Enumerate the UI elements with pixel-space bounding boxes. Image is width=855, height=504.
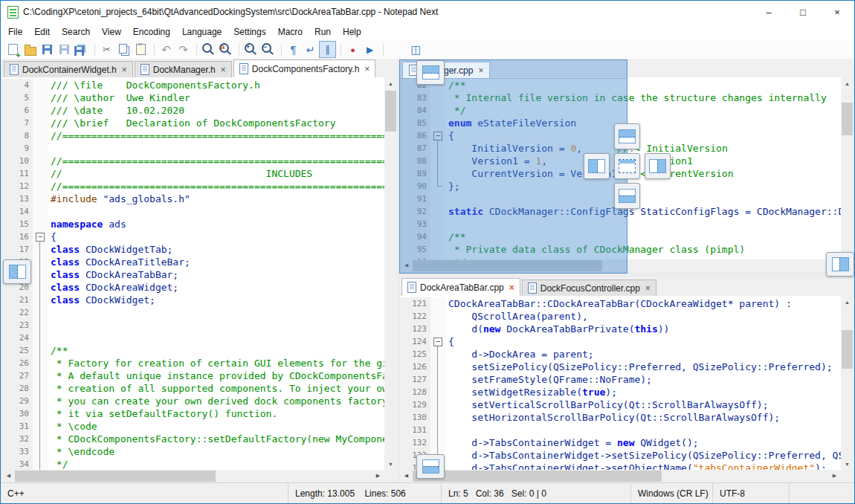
close-tab-icon[interactable]: ×	[364, 64, 370, 74]
line-number: 4	[2, 79, 33, 91]
fold-margin	[33, 268, 48, 281]
drop-indicator-edge-top[interactable]	[416, 60, 445, 85]
menu-help[interactable]: Help	[337, 25, 367, 39]
toolbar: ✂↶↷¶↵∥●▶◫	[1, 40, 854, 59]
code-text: * you can create your own derived dock c…	[48, 395, 384, 407]
close-tab-icon[interactable]: ×	[221, 65, 226, 75]
tab-label: DockComponentsFactory.h	[252, 64, 360, 74]
line-number: 25	[2, 344, 33, 357]
menu-search[interactable]: Search	[56, 25, 96, 39]
play-macro-icon[interactable]: ▶	[362, 42, 378, 57]
show-indent-guides-icon[interactable]: ∥	[320, 42, 335, 57]
menu-encoding[interactable]: Encoding	[127, 25, 176, 39]
scroll-left-icon[interactable]: ◀	[400, 470, 413, 482]
replace-icon[interactable]	[218, 42, 233, 57]
scroll-right-icon[interactable]: ▶	[828, 470, 841, 482]
scroll-up-icon[interactable]: ▲	[841, 77, 854, 89]
bottom-right-editor[interactable]: 121CDockAreaTabBar::CDockAreaTabBar(CDoc…	[400, 296, 854, 482]
menu-macro[interactable]: Macro	[272, 25, 309, 39]
new-file-icon[interactable]	[5, 42, 21, 57]
vertical-scrollbar[interactable]: ▲ ▼	[841, 296, 854, 470]
tab-dockareatabbar-cpp[interactable]: DockAreaTabBar.cpp×	[401, 278, 520, 296]
scrollbar-thumb[interactable]	[842, 103, 853, 135]
code-area[interactable]: 121CDockAreaTabBar::CDockAreaTabBar(CDoc…	[400, 296, 841, 470]
save-file-icon[interactable]	[39, 42, 55, 57]
code-area[interactable]: 4/// \file DockComponentsFactory.h5/// \…	[2, 77, 384, 470]
close-tab-icon[interactable]: ×	[509, 282, 514, 293]
line-number: 29	[2, 395, 33, 407]
tab-dockcomponentsfactory-h[interactable]: DockComponentsFactory.h×	[233, 59, 376, 77]
status-eol-format[interactable]: Windows (CR LF)	[631, 488, 712, 499]
scroll-left-icon[interactable]: ◀	[2, 470, 15, 482]
save-all-icon[interactable]	[74, 42, 89, 57]
drop-indicator-center[interactable]	[614, 153, 640, 179]
left-editor[interactable]: 4/// \file DockComponentsFactory.h5/// \…	[2, 77, 397, 482]
menu-language[interactable]: Language	[176, 25, 228, 39]
vertical-scrollbar[interactable]: ▲ ▼	[841, 77, 854, 259]
minimize-button[interactable]: –	[752, 1, 786, 23]
zoom-out-icon[interactable]	[260, 42, 276, 57]
drop-indicator-edge-left[interactable]	[3, 259, 31, 284]
vertical-scrollbar[interactable]: ▲ ▼	[384, 77, 397, 470]
window-layout-icon[interactable]: ◫	[408, 42, 424, 57]
scroll-up-icon[interactable]: ▲	[841, 296, 854, 308]
close-button[interactable]: ×	[820, 1, 854, 23]
zoom-in-icon[interactable]	[243, 42, 259, 57]
scroll-up-icon[interactable]: ▲	[384, 77, 397, 89]
copy-icon[interactable]	[116, 42, 132, 57]
menu-edit[interactable]: Edit	[28, 25, 56, 39]
redo-icon[interactable]: ↷	[175, 42, 191, 57]
scroll-down-icon[interactable]: ▼	[841, 458, 854, 470]
show-eol-icon[interactable]: ↵	[303, 42, 318, 57]
scrollbar-thumb[interactable]	[15, 471, 216, 482]
record-macro-icon[interactable]: ●	[345, 42, 361, 57]
code-line: 28 * creation of all supported component…	[2, 382, 384, 395]
cut-icon[interactable]: ✂	[99, 42, 114, 57]
tab-dockcontainerwidget-h[interactable]: DockContainerWidget.h×	[4, 61, 133, 77]
scrollbar-thumb[interactable]	[842, 330, 853, 369]
drop-indicator-left[interactable]	[584, 153, 610, 179]
drop-indicator-bottom[interactable]	[614, 183, 640, 209]
fold-margin	[33, 319, 48, 332]
undo-icon[interactable]: ↶	[158, 42, 174, 57]
horizontal-scrollbar[interactable]: ◀ ▶	[400, 470, 841, 482]
scroll-right-icon[interactable]: ▶	[372, 470, 384, 482]
open-file-icon[interactable]	[22, 42, 38, 57]
maximize-button[interactable]: □	[786, 1, 820, 23]
drop-indicator-right[interactable]	[645, 153, 671, 179]
toolbar-separator	[196, 44, 197, 56]
status-language[interactable]: C++	[1, 488, 288, 499]
toolbar-separator	[239, 44, 239, 56]
fold-margin[interactable]: −	[430, 335, 445, 348]
bottom-right-tab-bar: DockAreaTabBar.cpp×DockFocusController.c…	[400, 277, 854, 297]
tab-dockfocuscontroller-cpp[interactable]: DockFocusController.cpp×	[522, 280, 656, 296]
code-text: * A default unique instance provided by …	[48, 369, 384, 382]
drop-indicator-edge-right[interactable]	[826, 252, 854, 277]
code-line: 4/// \file DockComponentsFactory.h	[2, 79, 384, 91]
line-number: 131	[400, 424, 430, 436]
paste-icon[interactable]	[133, 42, 149, 57]
fold-margin	[33, 294, 48, 306]
find-icon[interactable]	[201, 42, 216, 57]
tab-dockmanager-h[interactable]: DockManager.h×	[135, 61, 232, 77]
fold-margin[interactable]: −	[33, 230, 48, 243]
menu-run[interactable]: Run	[309, 25, 337, 39]
menu-settings[interactable]: Settings	[228, 25, 271, 39]
menu-view[interactable]: View	[96, 25, 127, 39]
scroll-down-icon[interactable]: ▼	[384, 458, 397, 470]
show-whitespace-icon[interactable]: ¶	[285, 42, 301, 57]
drop-indicator-top[interactable]	[614, 123, 640, 149]
code-line: 19class CDockAreaTabBar;	[2, 268, 384, 281]
menu-file[interactable]: File	[2, 25, 28, 39]
horizontal-scrollbar[interactable]: ◀ ▶	[2, 470, 384, 482]
code-text: QScrollArea(parent),	[445, 310, 841, 323]
line-number: 128	[400, 386, 430, 398]
fold-margin	[33, 256, 48, 268]
scrollbar-thumb[interactable]	[413, 471, 662, 482]
close-tab-icon[interactable]: ×	[645, 283, 651, 294]
status-encoding[interactable]: UTF-8	[713, 488, 789, 499]
scrollbar-thumb[interactable]	[385, 91, 396, 132]
drop-indicator-edge-bottom[interactable]	[416, 454, 445, 479]
save-copy-as-icon[interactable]	[57, 42, 72, 57]
close-tab-icon[interactable]: ×	[122, 65, 127, 75]
